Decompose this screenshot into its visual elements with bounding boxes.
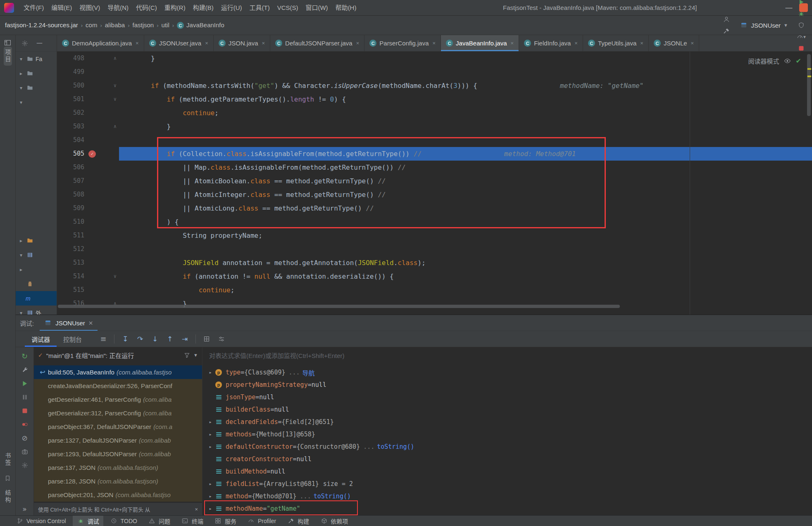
- tab-console[interactable]: 控制台: [57, 331, 88, 347]
- line-number[interactable]: 506: [57, 161, 84, 174]
- editor-tab[interactable]: C JavaBeanInfo.java ×: [441, 35, 519, 51]
- value-action-link[interactable]: toString(): [314, 493, 351, 500]
- stack-frame-row[interactable]: getDeserializer:461, ParserConfig (com.a…: [34, 393, 202, 406]
- user-button[interactable]: [721, 14, 732, 25]
- stack-frame-row[interactable]: parse:128, JSON (com.alibaba.fastjson): [34, 474, 202, 488]
- debug-run-button[interactable]: [795, 8, 807, 19]
- error-stripe-mark[interactable]: [807, 68, 811, 70]
- statusbar-item-services[interactable]: 服务: [210, 516, 241, 526]
- gutter[interactable]: 509: [57, 201, 119, 215]
- code-line-514[interactable]: 514∨ if (annotation != null && annotatio…: [57, 270, 812, 283]
- resume-icon[interactable]: [21, 379, 29, 388]
- variable-row[interactable]: p propertyNamingStrategy = null: [202, 379, 812, 391]
- breadcrumb-item[interactable]: alibaba: [105, 21, 125, 28]
- gutter[interactable]: 504: [57, 133, 119, 147]
- expand-chevron-icon[interactable]: ▸: [207, 506, 214, 512]
- tree-node[interactable]: ▾: [16, 95, 57, 109]
- statusbar-item-terminal[interactable]: 终端: [177, 516, 207, 526]
- tree-chevron-icon[interactable]: ▸: [18, 238, 24, 244]
- debug-session-tab[interactable]: JSONUser ×: [40, 315, 97, 331]
- tree-node[interactable]: ▾: [16, 81, 57, 95]
- sidebar-item-bookmarks[interactable]: 书签: [4, 450, 12, 469]
- value-action-link[interactable]: 导航: [302, 368, 315, 377]
- line-number[interactable]: 501: [57, 92, 84, 106]
- code-editor[interactable]: 498∧ } 499 500∨ if (methodName.startsWit…: [57, 52, 812, 315]
- fold-marker-icon[interactable]: ∧: [114, 120, 117, 133]
- close-icon[interactable]: ×: [433, 40, 436, 46]
- step-into-icon[interactable]: ↓: [151, 335, 159, 343]
- tree-node[interactable]: ▾: [16, 248, 57, 262]
- stack-frame-row[interactable]: parseObject:367, DefaultJSONParser (com.…: [34, 420, 202, 434]
- line-number[interactable]: 515: [57, 283, 84, 297]
- modify-config-icon[interactable]: [21, 366, 29, 374]
- gutter[interactable]: 513: [57, 256, 119, 270]
- line-number[interactable]: 504: [57, 133, 84, 147]
- variable-row[interactable]: ▸ declaredFields = {Field[2]@651}: [202, 416, 812, 428]
- close-icon[interactable]: ×: [356, 40, 360, 46]
- editor-tab[interactable]: C TypeUtils.java ×: [583, 35, 649, 51]
- profiler-run-button[interactable]: ▾: [795, 31, 807, 43]
- gutter[interactable]: 508: [57, 188, 119, 201]
- step-over-icon[interactable]: ↷: [136, 335, 144, 343]
- breakpoint-icon[interactable]: ✓: [88, 150, 96, 158]
- code-line-505[interactable]: 505✓ if (Collection.class.isAssignableFr…: [57, 147, 812, 161]
- tree-chevron-icon[interactable]: ▾: [18, 252, 24, 258]
- gutter[interactable]: 512: [57, 242, 119, 256]
- editor-tab[interactable]: C DefaultJSONParser.java ×: [270, 35, 364, 51]
- gutter[interactable]: 507: [57, 174, 119, 188]
- line-number[interactable]: 511: [57, 229, 84, 242]
- gutter[interactable]: 511: [57, 229, 119, 242]
- stack-frame-row[interactable]: parse:1293, DefaultJSONParser (com.aliba…: [34, 447, 202, 461]
- code-line-500[interactable]: 500∨ if (methodName.startsWith("get") &&…: [57, 79, 812, 92]
- expand-chevron-icon[interactable]: ▸: [207, 419, 214, 425]
- tree-chevron-icon[interactable]: ▸: [18, 71, 24, 76]
- close-icon[interactable]: ×: [205, 40, 208, 46]
- line-number[interactable]: 503: [57, 120, 84, 133]
- gutter[interactable]: 506: [57, 161, 119, 174]
- close-icon[interactable]: ×: [574, 40, 578, 46]
- variable-row[interactable]: ▸ method = {Method@701}...toString(): [202, 490, 812, 502]
- code-line-508[interactable]: 508 || AtomicInteger.class == method.get…: [57, 188, 812, 201]
- gutter[interactable]: 505✓: [57, 147, 119, 161]
- bookmark-icon[interactable]: [4, 474, 12, 482]
- eye-icon[interactable]: [783, 57, 792, 65]
- line-number[interactable]: 505: [57, 147, 84, 161]
- variable-row[interactable]: ▸p type = {Class@609}...导航: [202, 366, 812, 379]
- statusbar-item-problems[interactable]: 问题: [144, 516, 174, 526]
- grid-icon[interactable]: [202, 335, 211, 343]
- hamburger-icon[interactable]: ≡: [99, 335, 107, 343]
- menu-item[interactable]: 帮助(H): [332, 4, 360, 11]
- line-number[interactable]: 510: [57, 215, 84, 229]
- sidebar-item-structure[interactable]: 结构: [4, 487, 12, 506]
- tree-node[interactable]: ▸: [16, 233, 57, 248]
- editor-tab[interactable]: C ParserConfig.java ×: [364, 35, 441, 51]
- vertical-scrollbar[interactable]: [807, 54, 811, 116]
- breadcrumb-item[interactable]: util: [162, 21, 169, 28]
- code-line-511[interactable]: 511 String propertyName;: [57, 229, 812, 242]
- fold-marker-icon[interactable]: ∧: [114, 297, 117, 310]
- menu-item[interactable]: 导航(N): [104, 4, 132, 11]
- stack-frame-row[interactable]: parse:1327, DefaultJSONParser (com.aliba…: [34, 434, 202, 447]
- code-line-503[interactable]: 503∧ }: [57, 120, 812, 133]
- menu-item[interactable]: VCS(S): [274, 4, 302, 11]
- tree-chevron-icon[interactable]: ▾: [18, 310, 24, 315]
- stack-frame-row[interactable]: ↩build:505, JavaBeanInfo (com.alibaba.fa…: [34, 365, 202, 379]
- code-line-501[interactable]: 501∨ if (method.getParameterTypes().leng…: [57, 92, 812, 106]
- code-line-516[interactable]: 516∧ }: [57, 297, 812, 310]
- expand-chevron-icon[interactable]: ▸: [207, 431, 214, 437]
- code-line-515[interactable]: 515 continue;: [57, 283, 812, 297]
- stack-frame-row[interactable]: parse:137, JSON (com.alibaba.fastjson): [34, 461, 202, 474]
- code-line-507[interactable]: 507 || AtomicBoolean.class == method.get…: [57, 174, 812, 188]
- sidebar-item-project[interactable]: 项目: [4, 47, 12, 66]
- code-line-502[interactable]: 502 continue;: [57, 106, 812, 120]
- breadcrumb-item[interactable]: fastjson: [133, 21, 154, 28]
- editor-tab[interactable]: C JSONLe ×: [649, 35, 699, 51]
- menu-item[interactable]: 文件(F): [20, 4, 48, 11]
- variable-row[interactable]: ▸ fieldList = {ArrayList@681}size = 2: [202, 478, 812, 490]
- chevron-down-icon[interactable]: ▼: [193, 353, 198, 358]
- editor-tab[interactable]: C FieldInfo.java ×: [519, 35, 583, 51]
- variable-row[interactable]: jsonType = null: [202, 391, 812, 403]
- close-icon[interactable]: ×: [640, 40, 643, 46]
- statusbar-item-profiler[interactable]: Profiler: [243, 516, 280, 526]
- hide-panel-icon[interactable]: —: [36, 40, 43, 46]
